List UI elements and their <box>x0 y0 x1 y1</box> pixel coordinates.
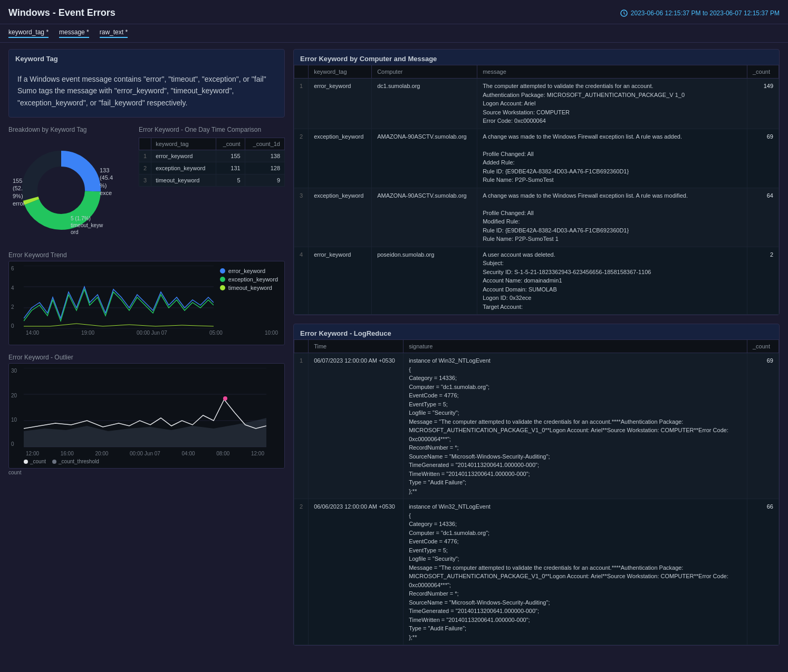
trend-legend: error_keyword exception_keyword timeout_… <box>220 268 278 293</box>
left-panel: Keyword Tag If a Windows event message c… <box>8 49 293 654</box>
col-num <box>139 138 151 150</box>
filter-raw-text[interactable]: raw_text * <box>100 28 128 38</box>
col-message: message <box>477 65 747 79</box>
legend-exception-dot <box>220 277 225 282</box>
computer-message-title: Error Keyword by Computer and Message <box>294 50 779 65</box>
outlier-legend: _count _count_threshold <box>24 456 280 466</box>
legend-timeout-label: timeout_keyword <box>228 285 272 291</box>
right-panel: Error Keyword by Computer and Message ke… <box>293 49 780 654</box>
table-row: 3 timeout_keyword 5 9 <box>139 174 285 187</box>
donut-error-label: 155(52.9%)error <box>13 177 25 207</box>
legend-error-label: error_keyword <box>228 268 265 274</box>
col-count: _count <box>216 138 245 150</box>
outlier-svg <box>24 368 266 450</box>
breakdown-title: Breakdown by Keyword Tag <box>8 126 132 133</box>
bottom-count-label: count <box>8 469 285 476</box>
col-signature: signature <box>403 340 747 353</box>
legend-count-label: _count <box>30 459 46 464</box>
legend-timeout-dot <box>220 285 225 290</box>
trend-title: Error Keyword Trend <box>8 251 285 259</box>
col-num <box>294 65 309 79</box>
computer-message-table-container: keyword_tag Computer message _count 1 er… <box>294 65 779 315</box>
legend-threshold-label: _count_threshold <box>59 459 99 464</box>
page-title: Windows - Event Errors <box>8 7 116 18</box>
trend-chart: error_keyword exception_keyword timeout_… <box>8 261 285 345</box>
donut-chart: 155(52.9%)error 133(45.4%)exce 5 (1.7%)t… <box>8 138 114 243</box>
table-row: 1 error_keyword dc1.sumolab.org The comp… <box>294 79 779 129</box>
table-row: 3 exception_keyword AMAZONA-90ASCTV.sumo… <box>294 188 779 247</box>
keyword-tag-card: Keyword Tag If a Windows event message c… <box>8 49 285 118</box>
outlier-section: Error Keyword - Outlier 30 20 10 0 <box>8 354 285 476</box>
comparison-section: Error Keyword - One Day Time Comparison … <box>139 126 285 243</box>
table-row: 4 error_keyword poseidon.sumolab.org A u… <box>294 247 779 315</box>
col-count: _count <box>747 65 779 79</box>
legend-timeout: timeout_keyword <box>220 285 278 291</box>
col-num <box>294 340 309 353</box>
main-content: Keyword Tag If a Windows event message c… <box>0 43 788 660</box>
col-count-1d: _count_1d <box>245 138 284 150</box>
filter-keyword-tag[interactable]: keyword_tag * <box>8 28 49 38</box>
logreduce-table-container: Time signature _count 1 06/07/2023 12:00… <box>294 339 779 645</box>
comparison-table: keyword_tag _count _count_1d 1 error_key… <box>139 138 285 187</box>
outlier-y-labels: 30 20 10 0 <box>11 368 17 447</box>
col-keyword-tag: keyword_tag <box>309 65 372 79</box>
legend-error-dot <box>220 268 225 274</box>
outlier-chart: 30 20 10 0 12: <box>8 363 285 469</box>
breakdown-section: Breakdown by Keyword Tag <box>8 126 132 243</box>
table-row: 2 exception_keyword 131 128 <box>139 162 285 174</box>
filter-raw-text-value: * <box>125 28 128 36</box>
col-time: Time <box>309 340 403 353</box>
trend-y-labels: 6 4 2 0 <box>11 266 14 329</box>
filter-message-label: message <box>59 28 87 36</box>
legend-count-dot <box>24 460 28 464</box>
donut-timeout-label: 5 (1.7%)timeout_keyword <box>71 215 103 236</box>
table-row: 2 exception_keyword AMAZONA-90ASCTV.sumo… <box>294 129 779 188</box>
keyword-tag-description: If a Windows event message contains "err… <box>9 65 284 117</box>
col-count: _count <box>747 340 779 353</box>
filter-keyword-tag-label: keyword_tag <box>8 28 46 36</box>
clock-icon <box>620 9 628 17</box>
outlier-title: Error Keyword - Outlier <box>8 354 285 361</box>
col-computer: Computer <box>372 65 477 79</box>
legend-threshold-dot <box>52 460 56 464</box>
filter-message[interactable]: message * <box>59 28 89 38</box>
time-range-text: 2023-06-06 12:15:37 PM to 2023-06-07 12:… <box>631 9 780 17</box>
timeout-line <box>24 324 214 326</box>
trend-svg <box>24 266 214 329</box>
logreduce-title: Error Keyword - LogReduce <box>294 324 779 339</box>
trend-x-labels: 14:00 19:00 00:00 Jun 07 05:00 10:00 <box>24 330 280 336</box>
legend-error: error_keyword <box>220 268 278 274</box>
trend-section: Error Keyword Trend error_keyword except… <box>8 251 285 345</box>
table-row: 1 06/07/2023 12:00:00 AM +0530 instance … <box>294 353 779 499</box>
keyword-tag-heading: Keyword Tag <box>9 50 284 65</box>
table-row: 2 06/06/2023 12:00:00 AM +0530 instance … <box>294 499 779 645</box>
filter-message-value: * <box>87 28 89 36</box>
donut-excep-label: 133(45.4%)exce <box>100 167 113 197</box>
spike-dot <box>223 396 227 401</box>
col-kw-tag: keyword_tag <box>151 138 216 150</box>
comparison-title: Error Keyword - One Day Time Comparison <box>139 126 285 133</box>
table-row: 1 error_keyword 155 138 <box>139 150 285 162</box>
count-line <box>24 400 266 428</box>
logreduce-card: Error Keyword - LogReduce Time signature… <box>293 324 780 646</box>
logreduce-table: Time signature _count 1 06/07/2023 12:00… <box>294 339 779 645</box>
filter-raw-text-label: raw_text <box>100 28 126 36</box>
computer-message-card: Error Keyword by Computer and Message ke… <box>293 49 780 315</box>
filter-bar: keyword_tag * message * raw_text * <box>0 24 788 43</box>
top-header: Windows - Event Errors 2023-06-06 12:15:… <box>0 0 788 24</box>
outlier-x-labels: 12:00 16:00 20:00 00:00 Jun 07 04:00 08:… <box>24 451 266 456</box>
time-range[interactable]: 2023-06-06 12:15:37 PM to 2023-06-07 12:… <box>620 9 780 17</box>
filter-keyword-tag-value: * <box>46 28 49 36</box>
legend-exception: exception_keyword <box>220 276 278 283</box>
computer-message-table: keyword_tag Computer message _count 1 er… <box>294 65 779 315</box>
legend-exception-label: exception_keyword <box>228 276 278 283</box>
